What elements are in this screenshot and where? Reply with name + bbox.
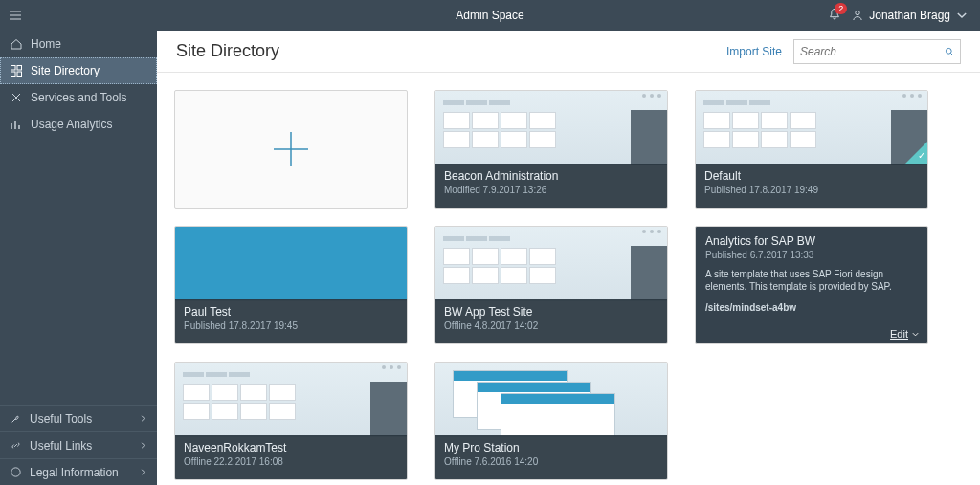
svg-rect-3 <box>11 72 16 77</box>
home-icon <box>10 37 23 51</box>
notifications-button[interactable]: 2 <box>828 8 841 24</box>
search-icon <box>945 45 954 58</box>
chevron-down-icon <box>911 330 920 339</box>
plus-icon <box>268 126 314 172</box>
page-header: Site Directory Import Site <box>157 31 980 73</box>
user-name: Jonathan Bragg <box>869 9 950 22</box>
default-check-icon: ✓ <box>918 150 925 161</box>
svg-rect-2 <box>17 66 22 71</box>
content: Beacon AdministrationModified 7.9.2017 1… <box>157 73 980 485</box>
svg-point-0 <box>856 11 859 14</box>
nav-home[interactable]: Home <box>0 31 157 57</box>
svg-point-5 <box>11 468 20 476</box>
import-site-link[interactable]: Import Site <box>726 45 782 58</box>
chart-icon <box>10 118 23 131</box>
foot-tools[interactable]: Useful Tools <box>0 405 157 431</box>
page-title: Site Directory <box>176 41 279 61</box>
grid-icon <box>10 64 23 77</box>
chevron-right-icon <box>139 414 147 423</box>
foot-legal[interactable]: Legal Information <box>0 458 157 485</box>
site-card[interactable]: Paul TestPublished 17.8.2017 19:45 <box>174 226 408 344</box>
foot-links[interactable]: Useful Links <box>0 431 157 458</box>
app-title: Admin Space <box>456 9 523 22</box>
svg-point-6 <box>946 48 951 54</box>
wrench-icon <box>10 412 22 425</box>
nav-analytics[interactable]: Usage Analytics <box>0 111 157 138</box>
create-site-card[interactable] <box>174 90 408 209</box>
chevron-down-icon <box>955 9 969 22</box>
chevron-right-icon <box>139 441 147 450</box>
chevron-right-icon <box>139 468 147 476</box>
nav-site-directory[interactable]: Site Directory <box>0 57 157 84</box>
sidebar: Home Site Directory Services and Tools U… <box>0 31 157 485</box>
edit-site-link[interactable]: Edit <box>890 328 920 340</box>
info-icon <box>10 466 22 478</box>
topbar: Admin Space 2 Jonathan Bragg <box>0 0 980 31</box>
site-card[interactable]: NaveenRokkamTestOffline 22.2.2017 16:08 <box>174 362 408 480</box>
main: Site Directory Import Site Beacon Admini… <box>157 31 980 485</box>
tools-icon <box>10 91 23 104</box>
search-input[interactable] <box>800 45 945 58</box>
site-card[interactable]: BW App Test SiteOffline 4.8.2017 14:02 <box>434 226 668 344</box>
user-menu[interactable]: Jonathan Bragg <box>851 9 969 22</box>
site-detail-card[interactable]: Analytics for SAP BW Published 6.7.2017 … <box>695 226 928 344</box>
site-card[interactable]: Beacon AdministrationModified 7.9.2017 1… <box>434 90 668 209</box>
site-card[interactable]: ✓ DefaultPublished 17.8.2017 19:49 <box>695 90 928 209</box>
site-card[interactable]: My Pro StationOffline 7.6.2016 14:20 <box>434 362 668 480</box>
search-box[interactable] <box>793 39 961 64</box>
svg-rect-4 <box>17 72 22 77</box>
nav-services[interactable]: Services and Tools <box>0 84 157 111</box>
hamburger-icon <box>9 9 22 22</box>
svg-rect-1 <box>11 66 16 71</box>
user-icon <box>851 9 864 22</box>
link-icon <box>10 439 22 452</box>
notif-badge: 2 <box>835 3 847 14</box>
menu-toggle[interactable] <box>0 0 31 31</box>
